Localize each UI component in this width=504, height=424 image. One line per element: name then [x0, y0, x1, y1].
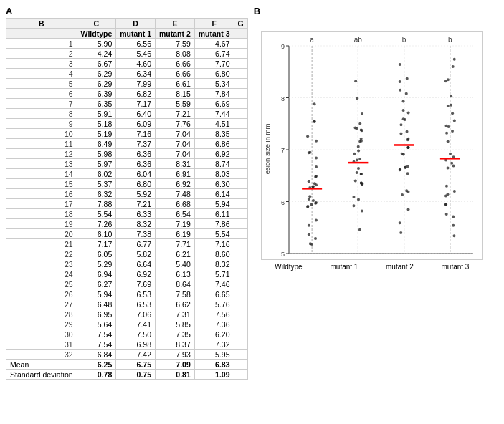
svg-point-113: [401, 193, 404, 196]
cell-value: 7.21: [116, 199, 156, 209]
cell-value: 6.77: [116, 239, 156, 249]
cell-value: 5.95: [194, 350, 234, 360]
x-label-mutant1: mutant 1: [316, 263, 372, 271]
svg-point-74: [354, 80, 357, 82]
cell-value: 6.65: [194, 289, 234, 299]
row-number: 5: [6, 79, 77, 89]
svg-point-105: [399, 123, 402, 126]
cell-value: 6.91: [156, 169, 195, 179]
svg-point-49: [308, 151, 311, 154]
svg-point-63: [353, 180, 356, 183]
row-number: 8: [6, 109, 77, 119]
chart-area: 56789lesion size in mmaabbb: [261, 31, 483, 260]
svg-point-82: [359, 173, 362, 175]
cell-empty: [234, 159, 247, 169]
cell-value: 6.35: [77, 99, 116, 109]
cell-empty: [234, 119, 247, 129]
table-row: 76.357.175.596.69: [6, 99, 248, 109]
cell-value: 7.42: [116, 350, 156, 360]
cell-value: 7.38: [116, 229, 156, 239]
cell-value: 7.48: [156, 189, 195, 199]
svg-point-79: [353, 153, 356, 155]
cell-value: 6.92: [116, 269, 156, 279]
svg-point-86: [357, 149, 360, 152]
cell-value: 6.29: [77, 79, 116, 89]
svg-point-129: [446, 105, 449, 107]
svg-point-107: [406, 172, 409, 175]
row-number: 22: [6, 249, 77, 259]
table-row: 307.547.507.356.20: [6, 329, 248, 339]
std-mutant3: 1.09: [194, 370, 234, 380]
cell-value: 6.92: [194, 149, 234, 159]
row-number: 18: [6, 209, 77, 219]
row-number: 24: [6, 269, 77, 279]
table-row: 226.055.826.218.60: [6, 249, 248, 259]
svg-point-42: [315, 140, 318, 143]
table-row: 146.026.046.918.03: [6, 169, 248, 179]
table-row: 177.887.216.685.94: [6, 199, 248, 209]
table-row: 206.107.386.195.54: [6, 229, 248, 239]
row-number: 17: [6, 199, 77, 209]
svg-point-128: [452, 234, 455, 237]
cell-empty: [234, 109, 247, 119]
svg-point-50: [315, 219, 318, 222]
row-number: 30: [6, 329, 77, 339]
cell-value: 6.13: [156, 269, 195, 279]
cell-value: 6.53: [116, 289, 156, 299]
svg-point-36: [308, 233, 310, 236]
table-row: 95.186.097.764.51: [6, 119, 248, 129]
table-row: 197.268.327.197.86: [6, 219, 248, 229]
row-number: 19: [6, 219, 77, 229]
cell-value: 7.56: [194, 309, 234, 319]
cell-value: 7.46: [194, 279, 234, 289]
table-row: 85.916.407.217.44: [6, 109, 248, 119]
cell-value: 7.16: [194, 239, 234, 249]
cell-value: 5.76: [194, 299, 234, 309]
cell-empty: [234, 39, 247, 49]
table-row: 256.277.698.647.46: [6, 279, 248, 289]
std-wildtype: 0.78: [77, 370, 116, 380]
cell-value: 5.90: [77, 39, 116, 49]
mean-mutant1: 6.75: [116, 360, 156, 370]
svg-point-47: [310, 203, 313, 206]
svg-point-117: [399, 132, 402, 135]
table-row: 276.486.536.625.76: [6, 299, 248, 309]
panel-b-label: B: [254, 6, 498, 16]
cell-empty: [234, 249, 247, 259]
cell-value: 7.86: [194, 219, 234, 229]
mean-mutant3: 6.83: [194, 360, 234, 370]
svg-point-147: [452, 216, 455, 218]
std-label: Standard deviation: [6, 370, 77, 380]
cell-empty: [234, 239, 247, 249]
cell-value: 7.32: [194, 339, 234, 350]
cell-value: 7.76: [156, 119, 195, 129]
svg-point-95: [399, 89, 401, 92]
cell-empty: [234, 59, 247, 69]
table-row: 105.197.167.048.35: [6, 129, 248, 139]
data-table: B C D E F G Wildtype mutant 1 mutant 2 m…: [6, 18, 248, 380]
cell-value: 6.11: [194, 209, 234, 219]
svg-point-142: [450, 104, 452, 107]
x-label-mutant3: mutant 3: [427, 263, 483, 271]
cell-value: 6.66: [156, 59, 195, 69]
svg-text:a: a: [310, 36, 314, 44]
svg-point-146: [444, 80, 447, 82]
table-row: 116.497.377.046.86: [6, 139, 248, 149]
cell-value: 5.37: [77, 179, 116, 189]
cell-empty: [234, 279, 247, 289]
cell-value: 4.51: [194, 119, 234, 129]
cell-value: 8.32: [194, 259, 234, 269]
cell-empty: [234, 49, 247, 59]
cell-value: 5.71: [194, 269, 234, 279]
svg-point-78: [357, 167, 360, 170]
row-number: 15: [6, 179, 77, 189]
svg-point-34: [314, 202, 317, 205]
row-number: 3: [6, 59, 77, 69]
row-number: 23: [6, 259, 77, 269]
cell-value: 7.17: [116, 99, 156, 109]
svg-point-80: [361, 112, 363, 115]
row-number: 29: [6, 319, 77, 329]
row-number: 9: [6, 119, 77, 129]
row-number: 4: [6, 69, 77, 79]
cell-value: 6.95: [77, 309, 116, 319]
